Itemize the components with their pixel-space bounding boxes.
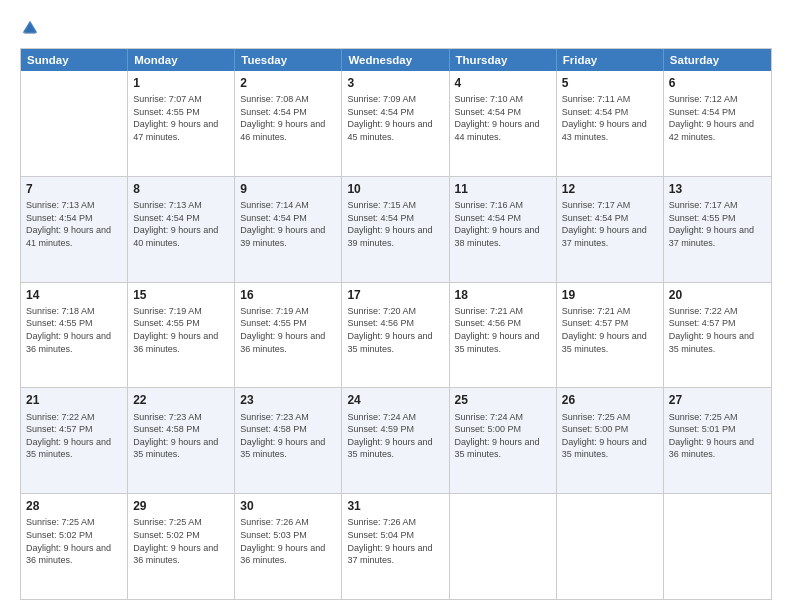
day-number: 27 [669, 392, 766, 408]
calendar-cell: 24Sunrise: 7:24 AMSunset: 4:59 PMDayligh… [342, 388, 449, 493]
calendar-row: 14Sunrise: 7:18 AMSunset: 4:55 PMDayligh… [21, 282, 771, 388]
cell-info: Sunrise: 7:26 AMSunset: 5:03 PMDaylight:… [240, 516, 336, 566]
cell-info: Sunrise: 7:22 AMSunset: 4:57 PMDaylight:… [669, 305, 766, 355]
cell-info: Sunrise: 7:21 AMSunset: 4:56 PMDaylight:… [455, 305, 551, 355]
calendar-cell: 5Sunrise: 7:11 AMSunset: 4:54 PMDaylight… [557, 71, 664, 176]
day-number: 7 [26, 181, 122, 197]
day-number: 6 [669, 75, 766, 91]
calendar-cell: 27Sunrise: 7:25 AMSunset: 5:01 PMDayligh… [664, 388, 771, 493]
day-number: 22 [133, 392, 229, 408]
day-number: 29 [133, 498, 229, 514]
cell-info: Sunrise: 7:12 AMSunset: 4:54 PMDaylight:… [669, 93, 766, 143]
day-number: 3 [347, 75, 443, 91]
cell-info: Sunrise: 7:21 AMSunset: 4:57 PMDaylight:… [562, 305, 658, 355]
day-number: 9 [240, 181, 336, 197]
cell-info: Sunrise: 7:19 AMSunset: 4:55 PMDaylight:… [133, 305, 229, 355]
cell-info: Sunrise: 7:07 AMSunset: 4:55 PMDaylight:… [133, 93, 229, 143]
calendar-cell: 19Sunrise: 7:21 AMSunset: 4:57 PMDayligh… [557, 283, 664, 388]
calendar-cell: 17Sunrise: 7:20 AMSunset: 4:56 PMDayligh… [342, 283, 449, 388]
day-number: 28 [26, 498, 122, 514]
calendar-cell: 8Sunrise: 7:13 AMSunset: 4:54 PMDaylight… [128, 177, 235, 282]
calendar-cell: 9Sunrise: 7:14 AMSunset: 4:54 PMDaylight… [235, 177, 342, 282]
calendar-cell: 29Sunrise: 7:25 AMSunset: 5:02 PMDayligh… [128, 494, 235, 599]
day-number: 24 [347, 392, 443, 408]
calendar-body: 1Sunrise: 7:07 AMSunset: 4:55 PMDaylight… [21, 71, 771, 599]
calendar-cell: 10Sunrise: 7:15 AMSunset: 4:54 PMDayligh… [342, 177, 449, 282]
day-number: 23 [240, 392, 336, 408]
cell-info: Sunrise: 7:19 AMSunset: 4:55 PMDaylight:… [240, 305, 336, 355]
day-number: 5 [562, 75, 658, 91]
calendar-cell [557, 494, 664, 599]
calendar-cell: 15Sunrise: 7:19 AMSunset: 4:55 PMDayligh… [128, 283, 235, 388]
calendar-cell: 26Sunrise: 7:25 AMSunset: 5:00 PMDayligh… [557, 388, 664, 493]
calendar-cell: 25Sunrise: 7:24 AMSunset: 5:00 PMDayligh… [450, 388, 557, 493]
cell-info: Sunrise: 7:24 AMSunset: 5:00 PMDaylight:… [455, 411, 551, 461]
day-number: 13 [669, 181, 766, 197]
cell-info: Sunrise: 7:13 AMSunset: 4:54 PMDaylight:… [26, 199, 122, 249]
weekday-header: Sunday [21, 49, 128, 71]
day-number: 21 [26, 392, 122, 408]
calendar-cell: 28Sunrise: 7:25 AMSunset: 5:02 PMDayligh… [21, 494, 128, 599]
header [20, 18, 772, 38]
cell-info: Sunrise: 7:25 AMSunset: 5:01 PMDaylight:… [669, 411, 766, 461]
weekday-header: Thursday [450, 49, 557, 71]
calendar-row: 21Sunrise: 7:22 AMSunset: 4:57 PMDayligh… [21, 387, 771, 493]
calendar-cell: 31Sunrise: 7:26 AMSunset: 5:04 PMDayligh… [342, 494, 449, 599]
cell-info: Sunrise: 7:13 AMSunset: 4:54 PMDaylight:… [133, 199, 229, 249]
calendar-cell [664, 494, 771, 599]
day-number: 12 [562, 181, 658, 197]
cell-info: Sunrise: 7:14 AMSunset: 4:54 PMDaylight:… [240, 199, 336, 249]
calendar-cell: 7Sunrise: 7:13 AMSunset: 4:54 PMDaylight… [21, 177, 128, 282]
day-number: 4 [455, 75, 551, 91]
calendar-cell: 2Sunrise: 7:08 AMSunset: 4:54 PMDaylight… [235, 71, 342, 176]
calendar-row: 28Sunrise: 7:25 AMSunset: 5:02 PMDayligh… [21, 493, 771, 599]
calendar-cell: 12Sunrise: 7:17 AMSunset: 4:54 PMDayligh… [557, 177, 664, 282]
calendar-cell: 13Sunrise: 7:17 AMSunset: 4:55 PMDayligh… [664, 177, 771, 282]
cell-info: Sunrise: 7:25 AMSunset: 5:02 PMDaylight:… [26, 516, 122, 566]
weekday-header: Wednesday [342, 49, 449, 71]
cell-info: Sunrise: 7:15 AMSunset: 4:54 PMDaylight:… [347, 199, 443, 249]
cell-info: Sunrise: 7:11 AMSunset: 4:54 PMDaylight:… [562, 93, 658, 143]
calendar-cell: 4Sunrise: 7:10 AMSunset: 4:54 PMDaylight… [450, 71, 557, 176]
day-number: 18 [455, 287, 551, 303]
calendar-cell: 3Sunrise: 7:09 AMSunset: 4:54 PMDaylight… [342, 71, 449, 176]
calendar-page: SundayMondayTuesdayWednesdayThursdayFrid… [0, 0, 792, 612]
calendar-cell: 22Sunrise: 7:23 AMSunset: 4:58 PMDayligh… [128, 388, 235, 493]
cell-info: Sunrise: 7:18 AMSunset: 4:55 PMDaylight:… [26, 305, 122, 355]
calendar-header: SundayMondayTuesdayWednesdayThursdayFrid… [21, 49, 771, 71]
cell-info: Sunrise: 7:20 AMSunset: 4:56 PMDaylight:… [347, 305, 443, 355]
calendar-cell [450, 494, 557, 599]
weekday-header: Monday [128, 49, 235, 71]
calendar-cell: 11Sunrise: 7:16 AMSunset: 4:54 PMDayligh… [450, 177, 557, 282]
day-number: 31 [347, 498, 443, 514]
calendar-cell: 23Sunrise: 7:23 AMSunset: 4:58 PMDayligh… [235, 388, 342, 493]
calendar-cell: 6Sunrise: 7:12 AMSunset: 4:54 PMDaylight… [664, 71, 771, 176]
calendar-row: 7Sunrise: 7:13 AMSunset: 4:54 PMDaylight… [21, 176, 771, 282]
calendar: SundayMondayTuesdayWednesdayThursdayFrid… [20, 48, 772, 600]
cell-info: Sunrise: 7:22 AMSunset: 4:57 PMDaylight:… [26, 411, 122, 461]
cell-info: Sunrise: 7:16 AMSunset: 4:54 PMDaylight:… [455, 199, 551, 249]
day-number: 25 [455, 392, 551, 408]
calendar-cell: 14Sunrise: 7:18 AMSunset: 4:55 PMDayligh… [21, 283, 128, 388]
calendar-cell: 30Sunrise: 7:26 AMSunset: 5:03 PMDayligh… [235, 494, 342, 599]
calendar-cell: 18Sunrise: 7:21 AMSunset: 4:56 PMDayligh… [450, 283, 557, 388]
day-number: 10 [347, 181, 443, 197]
cell-info: Sunrise: 7:10 AMSunset: 4:54 PMDaylight:… [455, 93, 551, 143]
calendar-cell: 1Sunrise: 7:07 AMSunset: 4:55 PMDaylight… [128, 71, 235, 176]
calendar-row: 1Sunrise: 7:07 AMSunset: 4:55 PMDaylight… [21, 71, 771, 176]
weekday-header: Tuesday [235, 49, 342, 71]
logo [20, 18, 44, 38]
day-number: 8 [133, 181, 229, 197]
day-number: 16 [240, 287, 336, 303]
day-number: 14 [26, 287, 122, 303]
day-number: 20 [669, 287, 766, 303]
calendar-cell: 21Sunrise: 7:22 AMSunset: 4:57 PMDayligh… [21, 388, 128, 493]
calendar-cell: 16Sunrise: 7:19 AMSunset: 4:55 PMDayligh… [235, 283, 342, 388]
cell-info: Sunrise: 7:17 AMSunset: 4:54 PMDaylight:… [562, 199, 658, 249]
cell-info: Sunrise: 7:17 AMSunset: 4:55 PMDaylight:… [669, 199, 766, 249]
weekday-header: Friday [557, 49, 664, 71]
day-number: 2 [240, 75, 336, 91]
cell-info: Sunrise: 7:24 AMSunset: 4:59 PMDaylight:… [347, 411, 443, 461]
day-number: 17 [347, 287, 443, 303]
day-number: 1 [133, 75, 229, 91]
